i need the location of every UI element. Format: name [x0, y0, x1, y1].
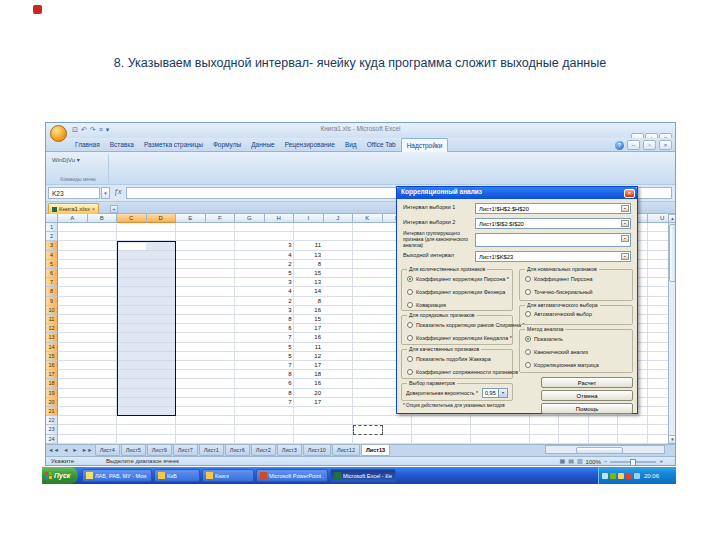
- sheet-tab-Лист7[interactable]: Лист7: [173, 445, 198, 456]
- sheet-tab-Лист10[interactable]: Лист10: [303, 445, 331, 456]
- page-layout-view-icon[interactable]: ▤: [568, 457, 574, 466]
- redo-icon[interactable]: ↷: [90, 125, 96, 135]
- sheet-tab-Лист9[interactable]: Лист9: [147, 445, 172, 456]
- tab-Формулы[interactable]: Формулы: [208, 138, 246, 152]
- radio-icon[interactable]: [407, 335, 413, 341]
- dialog-title-bar[interactable]: Корреляционный анализ ×: [397, 187, 637, 199]
- tab-Разметка страницы[interactable]: Разметка страницы: [139, 138, 208, 152]
- chevron-down-icon[interactable]: ▾: [106, 125, 110, 135]
- update-tray-icon[interactable]: [626, 473, 632, 479]
- document-tab[interactable]: Книга1.xlsx ×: [48, 203, 99, 214]
- tab-Office Tab[interactable]: Office Tab: [362, 138, 401, 152]
- option-Ковариация[interactable]: Ковариация: [407, 302, 446, 308]
- row-header-10[interactable]: 10: [46, 306, 58, 315]
- row-header-8[interactable]: 8: [46, 287, 58, 296]
- help-button[interactable]: Помощь: [541, 403, 633, 414]
- row-header-6[interactable]: 6: [46, 269, 58, 278]
- network-tray-icon[interactable]: [602, 473, 608, 479]
- row-header-17[interactable]: 17: [46, 370, 58, 379]
- row-header-15[interactable]: 15: [46, 352, 58, 361]
- radio-icon[interactable]: [407, 289, 413, 295]
- row-header-1[interactable]: 1: [46, 223, 58, 232]
- radio-icon[interactable]: [525, 362, 531, 368]
- taskbar-button-folder[interactable]: Книги: [202, 469, 254, 482]
- option-Автоматический выбор[interactable]: Автоматический выбор: [525, 311, 592, 317]
- new-document-tab-button[interactable]: +: [110, 205, 118, 213]
- row-header-21[interactable]: 21: [46, 407, 58, 416]
- range-input-2[interactable]: ▪: [475, 233, 631, 247]
- column-header-J[interactable]: J: [324, 214, 354, 223]
- sheet-tab-Лист1[interactable]: Лист1: [199, 445, 224, 456]
- save-icon[interactable]: ⊡: [72, 125, 78, 135]
- radio-icon[interactable]: [407, 302, 413, 308]
- row-header-19[interactable]: 19: [46, 389, 58, 398]
- column-header-D[interactable]: D: [147, 214, 177, 223]
- scroll-down-icon[interactable]: ▼: [668, 435, 676, 444]
- row-header-11[interactable]: 11: [46, 315, 58, 324]
- workbook-maximize-icon[interactable]: ▫: [643, 140, 656, 150]
- row-header-22[interactable]: 22: [46, 416, 58, 425]
- workbook-minimize-icon[interactable]: −: [627, 140, 640, 150]
- column-header-G[interactable]: G: [235, 214, 265, 223]
- name-box[interactable]: K23: [48, 187, 100, 199]
- row-header-5[interactable]: 5: [46, 260, 58, 269]
- range-input-3[interactable]: Лист1!$K$23▪: [475, 251, 631, 262]
- messenger-tray-icon[interactable]: [634, 473, 640, 479]
- radio-icon[interactable]: [407, 369, 413, 375]
- row-header-16[interactable]: 16: [46, 361, 58, 370]
- row-header-3[interactable]: 3: [46, 241, 58, 250]
- undo-icon[interactable]: ↶: [81, 125, 87, 135]
- column-header-A[interactable]: A: [58, 214, 88, 223]
- radio-icon[interactable]: [525, 336, 531, 342]
- row-header-24[interactable]: 24: [46, 435, 58, 444]
- option-Показатель корреляции рангов Спирмена *[interactable]: Показатель корреляции рангов Спирмена *: [407, 322, 525, 328]
- taskbar-button-document[interactable]: ЛАБ, РАБ, МУ - Мои до...: [82, 469, 152, 482]
- row-header-20[interactable]: 20: [46, 398, 58, 407]
- row-header-23[interactable]: 23: [46, 425, 58, 434]
- tab-Рецензирование[interactable]: Рецензирование: [280, 138, 340, 152]
- taskbar-button-folder[interactable]: КиБ: [154, 469, 200, 482]
- option-Корреляционная матрица[interactable]: Корреляционная матрица: [525, 362, 599, 368]
- zoom-in-icon[interactable]: +: [659, 457, 663, 466]
- row-header-9[interactable]: 9: [46, 297, 58, 306]
- sheet-tab-Лист4[interactable]: Лист4: [95, 445, 120, 456]
- taskbar-button-excel[interactable]: Microsoft Excel - Кни...: [330, 469, 396, 482]
- sheet-tab-Лист2[interactable]: Лист2: [251, 445, 276, 456]
- horizontal-scroll-thumb[interactable]: [576, 447, 623, 454]
- column-header-F[interactable]: F: [206, 214, 236, 223]
- normal-view-icon[interactable]: ▦: [560, 457, 566, 466]
- name-box-dropdown-icon[interactable]: ▾: [101, 187, 110, 199]
- calculate-button[interactable]: Расчет: [541, 377, 633, 388]
- row-header-4[interactable]: 4: [46, 251, 58, 260]
- zoom-level[interactable]: 100%: [586, 459, 601, 465]
- chevron-down-icon[interactable]: ▾: [498, 389, 507, 397]
- zoom-slider[interactable]: [610, 461, 656, 463]
- dialog-close-icon[interactable]: ×: [624, 189, 635, 198]
- sheet-nav-icon-3[interactable]: ►►: [80, 445, 95, 456]
- radio-icon[interactable]: [525, 349, 531, 355]
- option-Коэффициент сопряженности признаков[interactable]: Коэффициент сопряженности признаков: [407, 369, 518, 375]
- tab-Надстройки[interactable]: Надстройки: [401, 138, 449, 152]
- row-header-7[interactable]: 7: [46, 278, 58, 287]
- radio-icon[interactable]: [407, 276, 413, 282]
- excel-title-bar[interactable]: Книга1.xls - Microsoft Excel −▫×: [46, 123, 675, 138]
- range-picker-icon-0[interactable]: ▪: [621, 205, 629, 212]
- tab-Вставка[interactable]: Вставка: [105, 138, 139, 152]
- option-Коэффициент Пирсона[interactable]: Коэффициент Пирсона: [525, 276, 592, 282]
- tab-Данные[interactable]: Данные: [246, 138, 279, 152]
- sheet-nav-icon-1[interactable]: ◄: [61, 445, 70, 456]
- radio-icon[interactable]: [525, 311, 531, 317]
- horizontal-scrollbar[interactable]: [545, 445, 665, 454]
- tab-Главная[interactable]: Главная: [70, 138, 105, 152]
- sheet-tab-Лист6[interactable]: Лист6: [225, 445, 250, 456]
- option-Показатель подобия Жаккара[interactable]: Показатель подобия Жаккара: [407, 356, 491, 362]
- column-header-E[interactable]: E: [176, 214, 206, 223]
- column-header-U[interactable]: U: [648, 214, 669, 223]
- row-header-14[interactable]: 14: [46, 343, 58, 352]
- range-input-1[interactable]: Лист1!$I$2:$I$20▪: [475, 218, 631, 229]
- column-header-C[interactable]: C: [117, 214, 147, 223]
- office-button[interactable]: [50, 125, 67, 142]
- confidence-select[interactable]: 0,95▾: [482, 388, 508, 398]
- column-header-B[interactable]: B: [88, 214, 118, 223]
- radio-icon[interactable]: [525, 289, 531, 295]
